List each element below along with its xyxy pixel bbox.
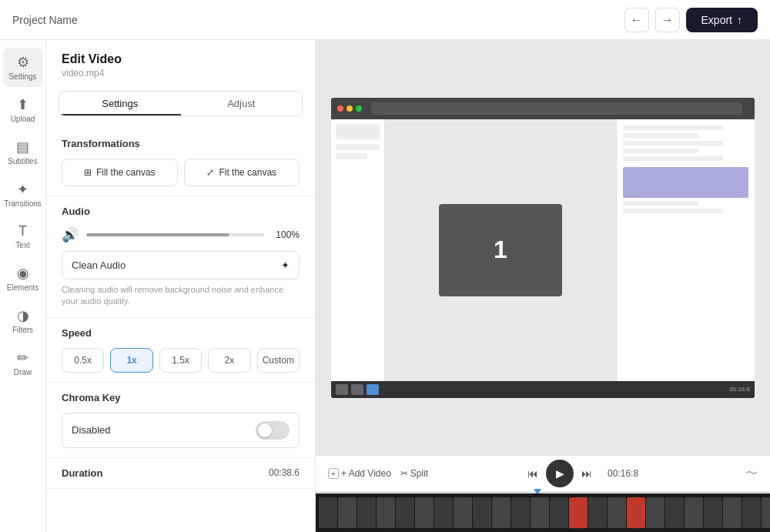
volume-percentage: 100% (272, 229, 300, 240)
time-display: 00:16:8 (600, 468, 646, 479)
screen-taskbar: 00:16:8 (331, 381, 755, 398)
speed-05x-button[interactable]: 0.5x (62, 348, 104, 373)
right-row-5 (623, 156, 723, 161)
chroma-key-toggle[interactable] (256, 421, 290, 440)
top-bar: Project Name ← → Export ↑ (0, 0, 770, 40)
frame-24 (762, 497, 770, 528)
fast-forward-button[interactable]: ⏭ (581, 467, 592, 480)
forward-button[interactable]: → (655, 8, 680, 32)
screen-body: 1 (331, 119, 755, 381)
waveform-btn-area: 〜 (745, 466, 758, 482)
rewind-button[interactable]: ⏮ (527, 467, 538, 480)
top-bar-right: ← → Export ↑ (624, 8, 758, 32)
tab-row: Settings Adjust (59, 91, 303, 116)
right-row-2 (623, 133, 698, 138)
panel-subtitle: video.mp4 (62, 68, 300, 79)
sidebar-item-text[interactable]: T Text (3, 217, 43, 256)
section-duration: Duration 00:38.6 (46, 458, 315, 489)
split-label: Split (410, 468, 428, 479)
project-name: Project Name (12, 14, 78, 26)
video-frame: 1 (331, 98, 755, 398)
frame-22 (723, 497, 742, 528)
frame-1 (319, 497, 337, 528)
screen-content: 1 (331, 98, 755, 398)
frame-marker-1 (569, 497, 588, 528)
fill-canvas-button[interactable]: ⊞ Fill the canvas (62, 159, 178, 186)
section-chroma-key: Chroma Key Disabled (46, 383, 315, 458)
frame-2 (338, 497, 357, 528)
clean-audio-label: Clean Audio (72, 259, 126, 271)
add-video-label: + Add Video (341, 468, 391, 479)
chroma-key-row: Disabled (62, 413, 300, 448)
frame-19 (665, 497, 684, 528)
tab-settings[interactable]: Settings (59, 92, 181, 115)
frame-4 (377, 497, 395, 528)
speed-2x-button[interactable]: 2x (208, 348, 250, 373)
sidebar-item-draw[interactable]: ✏ Draw (3, 343, 43, 383)
play-icon: ▶ (556, 467, 564, 480)
transform-row: ⊞ Fill the canvas ⤢ Fit the canvas (62, 159, 300, 186)
panel-title: Edit Video (62, 52, 300, 66)
split-button[interactable]: ✂ Split (400, 468, 428, 479)
frame-16 (608, 497, 626, 528)
subtitles-icon: ▤ (16, 139, 29, 156)
add-video-button[interactable]: + + Add Video (328, 468, 391, 479)
clean-audio-button[interactable]: Clean Audio ✦ (62, 251, 300, 279)
frame-6 (415, 497, 434, 528)
draw-icon: ✏ (17, 350, 28, 366)
tab-adjust[interactable]: Adjust (181, 92, 303, 115)
duration-label: Duration (62, 467, 102, 479)
fill-canvas-label: Fill the canvas (96, 167, 156, 178)
frame-12 (531, 497, 549, 528)
frame-5 (396, 497, 414, 528)
fill-canvas-icon: ⊞ (84, 167, 92, 178)
frame-3 (357, 497, 376, 528)
volume-slider[interactable] (86, 233, 264, 236)
speed-15x-button[interactable]: 1.5x (159, 348, 202, 373)
fit-canvas-button[interactable]: ⤢ Fit the canvas (184, 159, 300, 186)
duration-row: Duration 00:38.6 (62, 467, 300, 479)
canvas-area: 1 (316, 40, 770, 532)
filters-icon: ◑ (17, 307, 29, 324)
sidebar-item-elements[interactable]: ◉ Elements (3, 259, 43, 298)
text-icon: T (18, 223, 27, 239)
transformations-title: Transformations (62, 138, 300, 149)
sidebar-item-filters[interactable]: ◑ Filters (3, 301, 43, 340)
plus-icon: + (328, 468, 339, 479)
settings-panel: Edit Video video.mp4 Settings Adjust Tra… (46, 40, 316, 532)
play-button[interactable]: ▶ (546, 460, 574, 487)
sidebar-item-subtitles-label: Subtitles (8, 157, 37, 166)
veed-right-panel (616, 119, 755, 381)
speed-1x-button[interactable]: 1x (110, 348, 152, 373)
settings-icon: ⚙ (17, 54, 29, 71)
speed-custom-button[interactable]: Custom (257, 348, 300, 373)
sidebar-item-subtitles[interactable]: ▤ Subtitles (3, 132, 43, 172)
audio-title: Audio (62, 206, 300, 217)
right-row-1 (623, 125, 723, 130)
export-label: Export (701, 14, 732, 26)
right-row-6 (623, 201, 698, 206)
frame-11 (511, 497, 530, 528)
action-left: + + Add Video ✂ Split (328, 468, 428, 479)
sidebar-item-upload[interactable]: ⬆ Upload (3, 90, 43, 129)
transitions-icon: ✦ (17, 181, 28, 198)
audio-row: 🔊 100% (62, 226, 300, 243)
export-button[interactable]: Export ↑ (686, 8, 758, 32)
sidebar-item-filters-label: Filters (12, 326, 33, 334)
sidebar-item-transitions[interactable]: ✦ Transitions (3, 175, 43, 214)
veed-preview: 1 (439, 204, 562, 296)
back-button[interactable]: ← (624, 8, 649, 32)
frame-23 (742, 497, 761, 528)
right-row-4 (623, 149, 698, 153)
frame-20 (685, 497, 703, 528)
video-number: 1 (494, 236, 507, 264)
export-icon: ↑ (737, 14, 742, 26)
sidebar-item-settings[interactable]: ⚙ Settings (3, 48, 43, 87)
frame-9 (473, 497, 491, 528)
panel-header: Edit Video video.mp4 (46, 40, 315, 85)
elements-icon: ◉ (17, 265, 29, 282)
scissors-icon: ✂ (400, 468, 408, 479)
timeline-frames (319, 497, 770, 528)
frame-marker-2 (627, 497, 645, 528)
waveform-button[interactable]: 〜 (745, 466, 758, 482)
